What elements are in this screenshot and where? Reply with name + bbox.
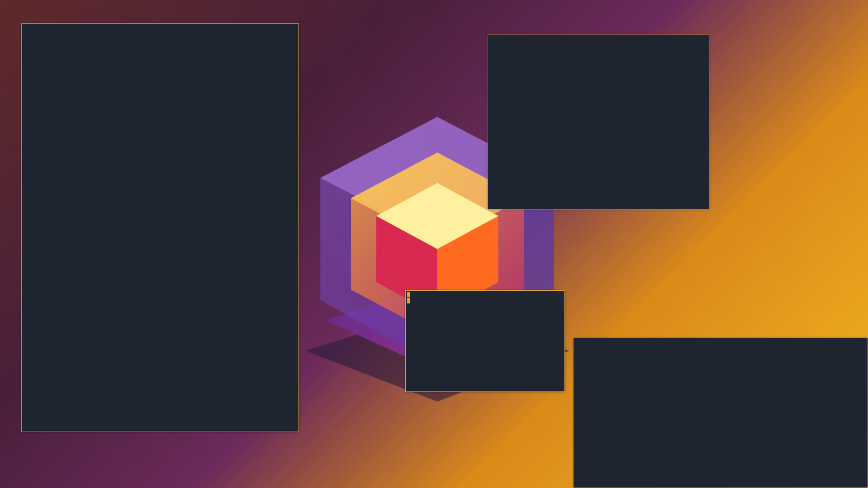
terminal-diff[interactable] [488, 35, 709, 209]
terminal-launcher[interactable] [405, 290, 565, 392]
svg-marker-8 [376, 183, 498, 249]
launcher-item-shell[interactable] [407, 298, 410, 303]
editor-window-vim[interactable] [21, 23, 299, 432]
launcher-item-3[interactable] [407, 292, 410, 297]
editor-body[interactable] [22, 24, 298, 432]
terminal-top[interactable] [574, 338, 867, 487]
